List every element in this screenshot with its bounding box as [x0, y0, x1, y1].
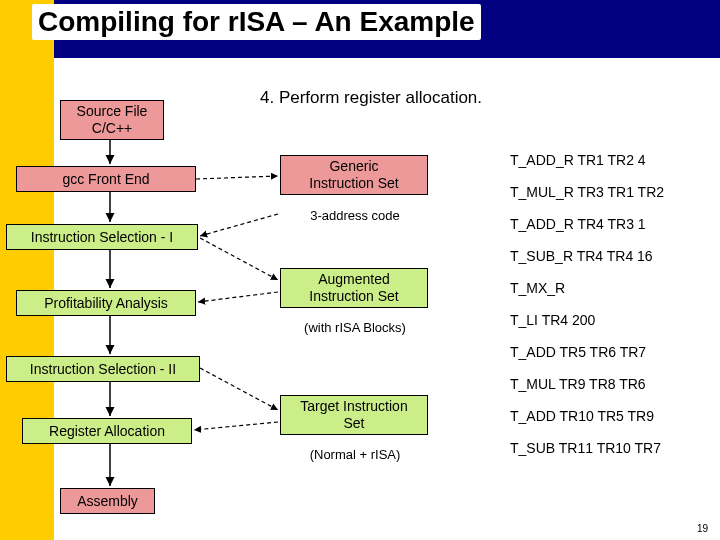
- svg-line-8: [200, 238, 278, 280]
- box-source-file: Source File C/C++: [60, 100, 164, 140]
- sub-augmented: (with rISA Blocks): [290, 320, 420, 335]
- box-line: Augmented: [318, 271, 390, 288]
- title-bar: Compiling for rISA – An Example: [0, 0, 720, 58]
- box-register-allocation: Register Allocation: [22, 418, 192, 444]
- box-line: Set: [343, 415, 364, 432]
- box-gcc-front-end: gcc Front End: [16, 166, 196, 192]
- svg-line-6: [196, 176, 278, 179]
- box-line: C/C++: [92, 120, 132, 137]
- box-profitability-analysis: Profitability Analysis: [16, 290, 196, 316]
- svg-line-11: [194, 422, 278, 430]
- svg-line-7: [200, 214, 278, 236]
- svg-line-10: [200, 368, 278, 410]
- box-assembly: Assembly: [60, 488, 155, 514]
- box-line: Instruction Set: [309, 175, 399, 192]
- box-line: Generic: [329, 158, 378, 175]
- box-generic-iset: Generic Instruction Set: [280, 155, 428, 195]
- box-line: Source File: [77, 103, 148, 120]
- instr-line: T_LI TR4 200: [510, 312, 595, 328]
- sub-generic: 3-address code: [300, 208, 410, 223]
- step-caption: 4. Perform register allocation.: [260, 88, 482, 108]
- instr-line: T_ADD TR10 TR5 TR9: [510, 408, 654, 424]
- box-line: Instruction Set: [309, 288, 399, 305]
- box-instruction-selection-1: Instruction Selection - I: [6, 224, 198, 250]
- instr-line: T_SUB TR11 TR10 TR7: [510, 440, 661, 456]
- box-augmented-iset: Augmented Instruction Set: [280, 268, 428, 308]
- instr-line: T_MUL_R TR3 TR1 TR2: [510, 184, 664, 200]
- instr-line: T_ADD_R TR1 TR2 4: [510, 152, 646, 168]
- slide-number: 19: [697, 523, 708, 534]
- box-target-iset: Target Instruction Set: [280, 395, 428, 435]
- instr-line: T_ADD TR5 TR6 TR7: [510, 344, 646, 360]
- svg-line-9: [198, 292, 278, 302]
- instr-line: T_MX_R: [510, 280, 565, 296]
- instr-line: T_MUL TR9 TR8 TR6: [510, 376, 646, 392]
- instr-line: T_ADD_R TR4 TR3 1: [510, 216, 646, 232]
- sub-target: (Normal + rISA): [290, 447, 420, 462]
- instr-line: T_SUB_R TR4 TR4 16: [510, 248, 653, 264]
- box-line: Target Instruction: [300, 398, 407, 415]
- box-instruction-selection-2: Instruction Selection - II: [6, 356, 200, 382]
- slide-title: Compiling for rISA – An Example: [32, 4, 481, 40]
